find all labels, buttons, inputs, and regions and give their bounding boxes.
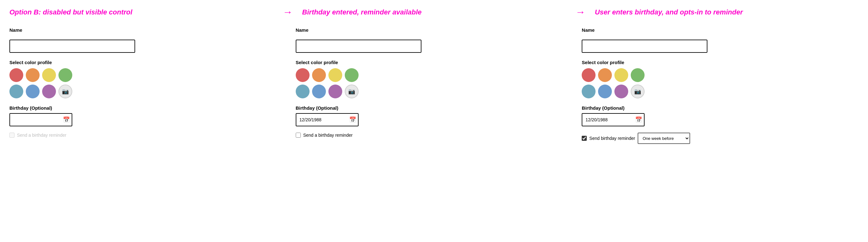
birthday-input-wrapper-2: 📅 (296, 113, 359, 126)
reminder-row-1: Send a birthday reminder (9, 133, 286, 138)
page-wrapper: Option B: disabled but visible control →… (0, 0, 868, 150)
color-section-2: 📷 (296, 68, 572, 98)
header-section-2: Birthday entered, reminder available (302, 8, 566, 16)
camera-circle-3[interactable]: 📷 (631, 85, 645, 98)
name-input-3[interactable] (582, 39, 707, 53)
name-input-1[interactable] (9, 39, 135, 53)
birthday-input-wrapper-1: 📅 (9, 113, 72, 126)
color-section-1: 📷 (9, 68, 286, 98)
color-circle-2-5[interactable] (296, 85, 310, 98)
birthday-label-2: Birthday (Optional) (296, 105, 572, 111)
reminder-timing-select-3[interactable]: One day beforeOne week beforeTwo weeks b… (638, 133, 690, 144)
camera-icon-1: 📷 (62, 88, 69, 95)
name-input-2[interactable] (296, 39, 422, 53)
birthday-section-3: 📅 (582, 113, 859, 126)
reminder-checkbox-1 (9, 133, 14, 138)
reminder-label-3: Send birthday reminder (589, 136, 635, 141)
header-label-1: Option B: disabled but visible control (9, 8, 132, 16)
color-circles-3: 📷 (582, 68, 654, 98)
color-circle-2-4[interactable] (345, 68, 359, 82)
color-circle-1-5[interactable] (9, 85, 23, 98)
color-circle-3-1[interactable] (582, 68, 595, 82)
birthday-label-1: Birthday (Optional) (9, 105, 286, 111)
camera-icon-3: 📷 (634, 88, 641, 95)
birthday-label-3: Birthday (Optional) (582, 105, 859, 111)
birthday-section-2: 📅 (296, 113, 572, 126)
birthday-input-2[interactable] (296, 113, 359, 126)
name-label-2: Name (296, 27, 572, 33)
header-label-2: Birthday entered, reminder available (302, 8, 422, 16)
color-circle-1-2[interactable] (26, 68, 40, 82)
reminder-checkbox-2[interactable] (296, 133, 301, 138)
color-label-2: Select color profile (296, 60, 572, 65)
color-section-3: 📷 (582, 68, 859, 98)
color-circles-1: 📷 (9, 68, 82, 98)
color-circle-2-6[interactable] (312, 85, 326, 98)
color-circle-1-6[interactable] (26, 85, 40, 98)
birthday-input-1[interactable] (9, 113, 72, 126)
color-circle-3-4[interactable] (631, 68, 645, 82)
color-circle-3-5[interactable] (582, 85, 595, 98)
camera-circle-2[interactable]: 📷 (345, 85, 359, 98)
reminder-row-3: Send birthday reminderOne day beforeOne … (582, 133, 859, 144)
color-label-3: Select color profile (582, 60, 859, 65)
arrow-2: → (576, 6, 586, 18)
color-circle-3-3[interactable] (614, 68, 628, 82)
camera-circle-1[interactable]: 📷 (58, 85, 72, 98)
color-circle-2-1[interactable] (296, 68, 310, 82)
name-label-3: Name (582, 27, 859, 33)
columns-row: NameSelect color profile📷Birthday (Optio… (9, 27, 859, 144)
camera-icon-2: 📷 (348, 88, 355, 95)
color-circle-3-6[interactable] (598, 85, 612, 98)
header-row: Option B: disabled but visible control →… (9, 6, 859, 18)
color-circle-2-3[interactable] (329, 68, 342, 82)
color-circle-2-2[interactable] (312, 68, 326, 82)
color-circle-1-4[interactable] (58, 68, 72, 82)
arrow-1: → (282, 6, 292, 18)
color-label-1: Select color profile (9, 60, 286, 65)
birthday-input-wrapper-3: 📅 (582, 113, 645, 126)
reminder-label-2: Send a birthday reminder (303, 133, 352, 138)
color-circle-1-3[interactable] (42, 68, 56, 82)
color-circle-2-7[interactable] (329, 85, 342, 98)
color-circle-3-7[interactable] (614, 85, 628, 98)
name-label-1: Name (9, 27, 286, 33)
reminder-checkbox-3[interactable] (582, 136, 587, 141)
column-2: NameSelect color profile📷Birthday (Optio… (296, 27, 582, 144)
column-3: NameSelect color profile📷Birthday (Optio… (582, 27, 859, 144)
column-1: NameSelect color profile📷Birthday (Optio… (9, 27, 296, 144)
reminder-label-1: Send a birthday reminder (17, 133, 66, 138)
color-circle-1-1[interactable] (9, 68, 23, 82)
color-circles-2: 📷 (296, 68, 368, 98)
header-section-1: Option B: disabled but visible control (9, 8, 273, 16)
reminder-row-2: Send a birthday reminder (296, 133, 572, 138)
color-circle-1-7[interactable] (42, 85, 56, 98)
color-circle-3-2[interactable] (598, 68, 612, 82)
birthday-input-3[interactable] (582, 113, 645, 126)
header-section-3: User enters birthday, and opts-in to rem… (595, 8, 859, 16)
header-label-3: User enters birthday, and opts-in to rem… (595, 8, 743, 16)
birthday-section-1: 📅 (9, 113, 286, 126)
